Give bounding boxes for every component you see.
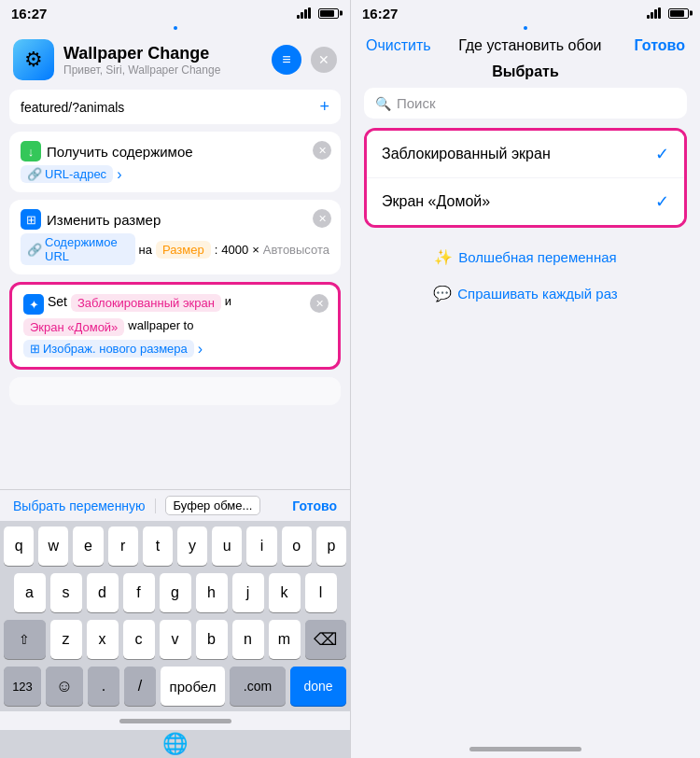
key-t[interactable]: t: [143, 526, 173, 566]
keyboard: q w e r t y u i o p a s d f g h j k l ⇧ …: [0, 521, 350, 711]
magic-variable-item[interactable]: ✨ Волшебная переменная: [364, 237, 687, 277]
globe-key[interactable]: 🌐: [159, 727, 192, 758]
shift-key[interactable]: ⇧: [4, 620, 46, 659]
photo-icon: ⊞: [30, 342, 40, 356]
signal-icon: [297, 7, 311, 19]
key-k[interactable]: k: [269, 573, 301, 612]
key-f[interactable]: f: [123, 573, 155, 612]
key-l[interactable]: l: [305, 573, 337, 612]
arrow-down-icon: ↓: [28, 145, 35, 159]
set-wallpaper-card: ✦ Set Заблокированный экран и Экран «Дом…: [9, 282, 341, 370]
app-icon: ⚙: [13, 39, 54, 80]
status-time-right: 16:27: [362, 6, 398, 21]
ask-each-time-item[interactable]: 💬 Спрашивать каждый раз: [364, 277, 687, 317]
com-key[interactable]: .com: [230, 667, 286, 706]
ask-each-time-label: Спрашивать каждый раз: [457, 286, 617, 302]
option2-check: ✓: [655, 191, 669, 212]
key-g[interactable]: g: [160, 573, 191, 612]
card2-close-button[interactable]: ✕: [313, 209, 331, 228]
key-j[interactable]: j: [232, 573, 264, 612]
key-r[interactable]: r: [108, 526, 138, 566]
done-key[interactable]: done: [290, 667, 346, 706]
emoji-key[interactable]: ☺: [46, 667, 83, 706]
dot-key[interactable]: .: [88, 667, 119, 706]
key-n[interactable]: n: [232, 620, 264, 659]
slash-key[interactable]: /: [124, 667, 156, 706]
key-v[interactable]: v: [160, 620, 191, 659]
card1-icon: ↓: [21, 141, 41, 161]
select-button[interactable]: Готово: [629, 37, 685, 54]
resize-icon: ⊞: [26, 213, 36, 227]
keyboard-row-3: ⇧ z x c v b n m ⌫: [4, 620, 346, 659]
link-icon: 🔗: [27, 167, 42, 181]
locked-screen-chip[interactable]: Заблокированный экран: [71, 294, 221, 312]
status-bar-right: 16:27: [351, 0, 700, 26]
dot-separator-right: [524, 26, 527, 30]
key-d[interactable]: d: [87, 573, 119, 612]
variable-button[interactable]: Выбрать переменную: [13, 498, 146, 513]
card1-detail: 🔗 URL-адрес ›: [21, 165, 329, 183]
key-e[interactable]: e: [73, 526, 103, 566]
options-card: Заблокированный экран ✓ Экран «Домой» ✓: [364, 128, 687, 228]
url-text: featured/?animals: [21, 100, 314, 115]
new-image-chip[interactable]: ⊞ Изображ. нового размера: [23, 340, 194, 358]
sparkle-icon: ✦: [29, 298, 39, 312]
set-row: ✦ Set Заблокированный экран и Экран «Дом…: [23, 294, 327, 336]
key-u[interactable]: u: [212, 526, 242, 566]
select-label: Выбрать: [492, 63, 558, 80]
search-bar[interactable]: 🔍 Поиск: [364, 88, 687, 119]
key-m[interactable]: m: [269, 620, 301, 659]
top-notch-right: [351, 26, 700, 32]
clear-button[interactable]: Очистить: [366, 37, 431, 54]
message-icon: 💬: [433, 285, 452, 302]
option1-label: Заблокированный экран: [382, 146, 551, 162]
right-panel: 16:27 Очистить Где установить обои Готов…: [350, 0, 700, 758]
menu-button[interactable]: ≡: [272, 45, 301, 75]
chevron-right-icon2[interactable]: ›: [198, 341, 203, 358]
magic-variable-label: Волшебная переменная: [458, 249, 616, 265]
key-p[interactable]: p: [316, 526, 346, 566]
keyboard-bottom-row: 123 ☺ . / пробел .com done: [4, 667, 346, 706]
menu-icon: ≡: [282, 51, 290, 68]
size-chip[interactable]: Размер: [156, 241, 211, 259]
chevron-right-icon[interactable]: ›: [117, 166, 121, 183]
card1-close-button[interactable]: ✕: [313, 141, 331, 160]
bottom-toolbar: Выбрать переменную Буфер обме... Готово: [0, 489, 350, 521]
battery-icon-right: [668, 8, 689, 19]
key-z[interactable]: z: [50, 620, 82, 659]
key-x[interactable]: x: [87, 620, 119, 659]
search-placeholder: Поиск: [397, 95, 436, 111]
home-bar-left: [119, 719, 231, 723]
key-s[interactable]: s: [50, 573, 82, 612]
options-list: Заблокированный экран ✓ Экран «Домой» ✓ …: [351, 128, 700, 739]
url-plus-button[interactable]: +: [319, 97, 329, 117]
key-w[interactable]: w: [38, 526, 68, 566]
option-locked-screen[interactable]: Заблокированный экран ✓: [367, 131, 684, 177]
dot-separator: [174, 26, 177, 30]
card2-title-row: ⊞ Изменить размер: [21, 209, 329, 230]
key-q[interactable]: q: [4, 526, 34, 566]
copy-button[interactable]: Буфер обме...: [165, 496, 261, 515]
option2-label: Экран «Домой»: [382, 193, 490, 210]
key-o[interactable]: o: [282, 526, 312, 566]
close-button[interactable]: ✕: [311, 47, 337, 73]
home-screen-chip[interactable]: Экран «Домой»: [23, 318, 124, 336]
key-a[interactable]: a: [14, 573, 46, 612]
numbers-key[interactable]: 123: [4, 667, 41, 706]
url-content-chip[interactable]: 🔗 Содержимое URL: [21, 233, 135, 265]
option-home-screen[interactable]: Экран «Домой» ✓: [367, 177, 684, 225]
card3-close-button[interactable]: ✕: [310, 294, 329, 313]
key-h[interactable]: h: [196, 573, 228, 612]
card2-detail: 🔗 Содержимое URL на Размер : 4000 × Авто…: [21, 233, 329, 265]
backspace-key[interactable]: ⌫: [305, 620, 347, 659]
url-chip[interactable]: 🔗 URL-адрес: [21, 165, 113, 183]
url-bar[interactable]: featured/?animals +: [9, 90, 341, 124]
key-i[interactable]: i: [246, 526, 276, 566]
key-y[interactable]: y: [177, 526, 207, 566]
space-key[interactable]: пробел: [161, 667, 225, 706]
key-c[interactable]: c: [123, 620, 155, 659]
app-title-block: Wallpaper Change Привет, Siri, Wallpaper…: [63, 44, 220, 77]
key-b[interactable]: b: [196, 620, 228, 659]
close-icon: ✕: [318, 52, 329, 67]
done-toolbar-button[interactable]: Готово: [292, 498, 337, 513]
